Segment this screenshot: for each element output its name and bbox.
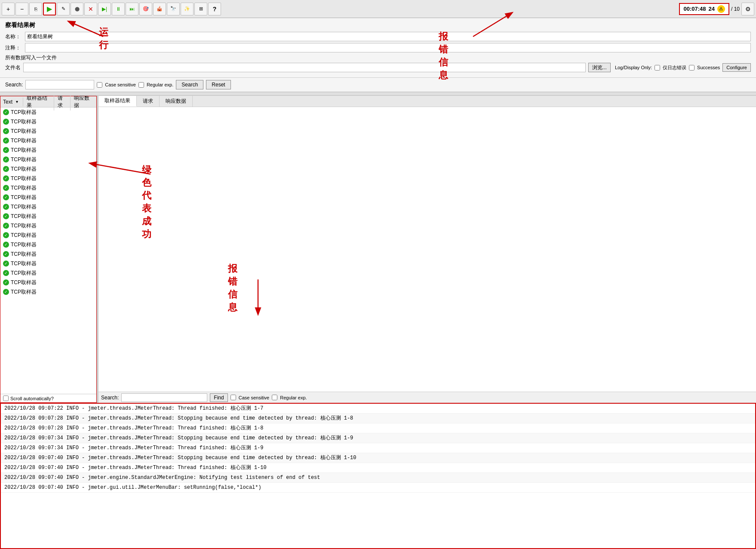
tree-item[interactable]: ✓ TCP取样器 <box>0 287 96 297</box>
case-sensitive-label: Case sensitive <box>105 82 136 87</box>
tab-request[interactable]: 请求 <box>137 96 160 107</box>
settings-button[interactable]: ⚙ <box>741 3 754 15</box>
tree-item[interactable]: ✓ TCP取样器 <box>0 268 96 278</box>
remove-button[interactable]: − <box>15 3 28 15</box>
tree-item-label: TCP取样器 <box>11 260 37 267</box>
name-input[interactable] <box>25 32 751 41</box>
successes-checkbox[interactable] <box>689 65 695 71</box>
scroll-auto-label: Scroll automatically? <box>10 396 54 401</box>
tree-item-label: TCP取样器 <box>11 251 37 258</box>
edit-button[interactable]: ✎ <box>57 3 70 15</box>
log-line: 2022/10/28 09:07:22 INFO - jmeter.thread… <box>1 404 755 414</box>
browse-button[interactable]: 浏览... <box>588 63 611 72</box>
tree-item[interactable]: ✓ TCP取样器 <box>0 230 96 240</box>
tree-item[interactable]: ✓ TCP取样器 <box>0 126 96 136</box>
tree-item[interactable]: ✓ TCP取样器 <box>0 278 96 287</box>
success-icon: ✓ <box>3 147 9 153</box>
start-next-button[interactable]: ▶| <box>98 3 111 15</box>
tree-item-label: TCP取样器 <box>11 128 37 135</box>
toolbar-right: 00:07:48 24 ⚠ / 10 ⚙ <box>679 3 754 15</box>
regex-checkbox[interactable] <box>138 82 144 88</box>
bottom-regex-checkbox[interactable] <box>272 395 277 400</box>
tree-item[interactable]: ✓ TCP取样器 <box>0 164 96 174</box>
tab-content-area <box>98 107 756 392</box>
tree-item[interactable]: ✓ TCP取样器 <box>0 145 96 155</box>
scroll-auto-row: Scroll automatically? <box>0 394 96 402</box>
scroll-auto-checkbox[interactable] <box>3 396 9 401</box>
search-label: Search: <box>5 82 23 88</box>
log-line: 2022/10/28 09:07:28 INFO - jmeter.thread… <box>1 423 755 433</box>
tree-item[interactable]: ✓ TCP取样器 <box>0 212 96 221</box>
tree-item[interactable]: ✓ TCP取样器 <box>0 183 96 193</box>
log-line: 2022/10/28 09:07:40 INFO - jmeter.engine… <box>1 473 755 483</box>
tree-item[interactable]: ✓ TCP取样器 <box>0 107 96 117</box>
bottom-search-label: Search: <box>101 395 119 401</box>
success-icon: ✓ <box>3 175 9 181</box>
warning-count: 24 <box>709 6 715 12</box>
comment-input[interactable] <box>25 43 751 52</box>
tree-item-label: TCP取样器 <box>11 175 37 182</box>
tab-response-data[interactable]: 响应数据 <box>160 96 193 107</box>
sampler1-button[interactable]: 🎯 <box>139 3 152 15</box>
tree-item[interactable]: ✓ TCP取样器 <box>0 259 96 268</box>
errors-only-checkbox[interactable] <box>655 65 660 71</box>
find-button[interactable]: Find <box>210 393 227 402</box>
tab-sampler-result[interactable]: 取样器结果 <box>98 96 137 107</box>
tree-panel: Text ▾ 取样器结果 请求 响应数据 ✓ TCP取样器 ✓ TCP取样器 ✓… <box>0 96 97 403</box>
tree-item[interactable]: ✓ TCP取样器 <box>0 240 96 249</box>
filename-label: 文件名 <box>5 64 21 71</box>
tree-item[interactable]: ✓ TCP取样器 <box>0 174 96 183</box>
form-title: 察看结果树 <box>5 21 751 29</box>
run-button[interactable]: ▶ <box>43 3 56 15</box>
success-icon: ✓ <box>3 213 9 219</box>
success-icon: ✓ <box>3 156 9 163</box>
right-panel: 取样器结果 请求 响应数据 Search: Find Case sensitiv… <box>98 96 756 403</box>
pause-button[interactable]: ⏸ <box>112 3 125 15</box>
stop-button[interactable]: ⬤ <box>71 3 83 15</box>
bottom-search-input[interactable] <box>121 393 207 402</box>
tree-dropdown[interactable]: ▾ <box>13 99 20 104</box>
add-button[interactable]: + <box>2 3 15 15</box>
tree-items: ✓ TCP取样器 ✓ TCP取样器 ✓ TCP取样器 ✓ TCP取样器 ✓ TC… <box>0 107 96 394</box>
success-icon: ✓ <box>3 289 9 295</box>
configure-button[interactable]: Configure <box>722 63 751 72</box>
stop-all-button[interactable]: ✕ <box>84 3 97 15</box>
tree-item-label: TCP取样器 <box>11 288 37 296</box>
success-icon: ✓ <box>3 166 9 172</box>
grid-button[interactable]: ⊞ <box>194 3 207 15</box>
search-input[interactable] <box>25 80 94 89</box>
log-console: 2022/10/28 09:07:22 INFO - jmeter.thread… <box>0 403 756 549</box>
help-button[interactable]: ? <box>208 3 221 15</box>
form-section: 察看结果树 名称： 注释： 所有数据写入一个文件 文件名 浏览... Log/D… <box>0 18 756 78</box>
tree-item-label: TCP取样器 <box>11 213 37 220</box>
reset-button[interactable]: Reset <box>206 80 230 89</box>
filename-input[interactable] <box>23 63 586 72</box>
comment-label: 注释： <box>5 44 22 52</box>
search-section: Search: Case sensitive Regular exp. Sear… <box>0 78 756 92</box>
tree-item[interactable]: ✓ TCP取样器 <box>0 117 96 126</box>
name-label: 名称： <box>5 33 22 40</box>
success-icon: ✓ <box>3 223 9 229</box>
tree-item[interactable]: ✓ TCP取样器 <box>0 155 96 164</box>
filename-row: 文件名 浏览... Log/Display Only: 仅日志错误 Succes… <box>5 63 751 72</box>
binoculars-button[interactable]: 🔭 <box>167 3 180 15</box>
step-button[interactable]: ⏭ <box>126 3 138 15</box>
copy-button[interactable]: ⎘ <box>29 3 42 15</box>
page-info: / 10 <box>731 6 740 12</box>
tree-item[interactable]: ✓ TCP取样器 <box>0 249 96 259</box>
sampler2-button[interactable]: 🎪 <box>153 3 166 15</box>
tree-item[interactable]: ✓ TCP取样器 <box>0 202 96 212</box>
log-display-label: Log/Display Only: <box>615 65 652 70</box>
tree-item-label: TCP取样器 <box>11 147 37 154</box>
search-button[interactable]: Search <box>176 80 203 89</box>
log-line: 2022/10/28 09:07:34 INFO - jmeter.thread… <box>1 433 755 443</box>
success-icon: ✓ <box>3 232 9 238</box>
tree-item[interactable]: ✓ TCP取样器 <box>0 136 96 145</box>
success-icon: ✓ <box>3 185 9 191</box>
magic-button[interactable]: ✨ <box>181 3 194 15</box>
tree-item[interactable]: ✓ TCP取样器 <box>0 193 96 202</box>
tree-item[interactable]: ✓ TCP取样器 <box>0 221 96 230</box>
bottom-case-sensitive-checkbox[interactable] <box>230 395 236 400</box>
success-icon: ✓ <box>3 279 9 285</box>
case-sensitive-checkbox[interactable] <box>97 82 102 88</box>
